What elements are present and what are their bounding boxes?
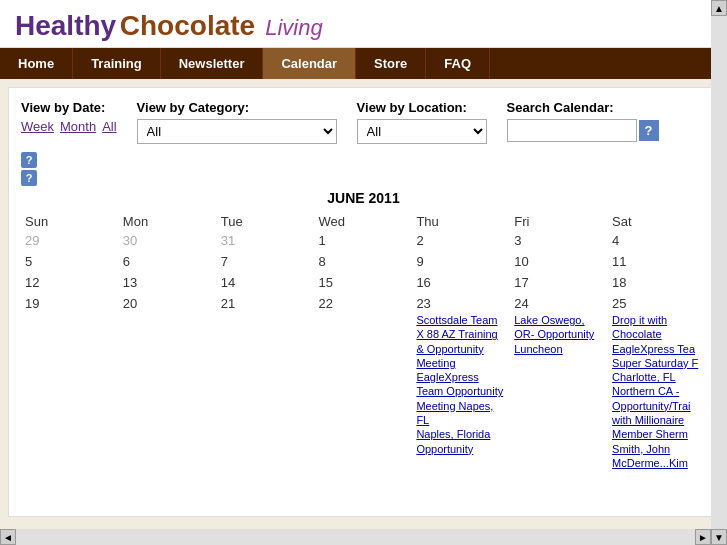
calendar-day: 12	[21, 273, 119, 294]
calendar-day: 21	[217, 294, 315, 472]
calendar-day: 20	[119, 294, 217, 472]
search-calendar-group: Search Calendar: ?	[507, 100, 659, 142]
col-tue: Tue	[217, 212, 315, 231]
calendar-day: 7	[217, 252, 315, 273]
col-fri: Fri	[510, 212, 608, 231]
day-number: 9	[416, 254, 506, 269]
col-sun: Sun	[21, 212, 119, 231]
week-link[interactable]: Week	[21, 119, 54, 134]
calendar-event[interactable]: Naples, Florida Opportunity	[416, 427, 506, 456]
calendar-day: 16	[412, 273, 510, 294]
calendar-day: 13	[119, 273, 217, 294]
calendar-table: Sun Mon Tue Wed Thu Fri Sat 293031123456…	[21, 212, 706, 472]
calendar-day: 2	[412, 231, 510, 252]
search-input[interactable]	[507, 119, 637, 142]
calendar-week-0: 2930311234	[21, 231, 706, 252]
calendar-day: 11	[608, 252, 706, 273]
day-number: 22	[319, 296, 409, 311]
calendar-day: 18	[608, 273, 706, 294]
day-number: 3	[514, 233, 604, 248]
logo-living: Living	[265, 15, 322, 41]
day-number: 11	[612, 254, 702, 269]
nav-faq[interactable]: FAQ	[426, 48, 490, 79]
calendar-week-2: 12131415161718	[21, 273, 706, 294]
nav-calendar[interactable]: Calendar	[263, 48, 356, 79]
calendar-day: 22	[315, 294, 413, 472]
calendar-day: 5	[21, 252, 119, 273]
calendar-event[interactable]: Scottsdale Team X 88 AZ Training & Oppor…	[416, 313, 506, 427]
nav-training[interactable]: Training	[73, 48, 161, 79]
calendar-body: 2930311234567891011121314151617181920212…	[21, 231, 706, 472]
day-number: 29	[25, 233, 115, 248]
day-number: 7	[221, 254, 311, 269]
day-number: 15	[319, 275, 409, 290]
right-scrollbar[interactable]: ▲ ▼	[711, 0, 727, 525]
day-number: 24	[514, 296, 604, 311]
calendar-day: 8	[315, 252, 413, 273]
calendar-week-3: 1920212223Scottsdale Team X 88 AZ Traini…	[21, 294, 706, 472]
view-by-category-label: View by Category:	[137, 100, 337, 115]
view-by-location-group: View by Location: All	[357, 100, 487, 144]
day-number: 25	[612, 296, 702, 311]
calendar-day: 4	[608, 231, 706, 252]
nav-home[interactable]: Home	[0, 48, 73, 79]
calendar-day: 3	[510, 231, 608, 252]
logo-chocolate: Chocolate	[120, 10, 255, 42]
calendar-day: 25Drop it with Chocolate EagleXpress Tea…	[608, 294, 706, 472]
scroll-up-button[interactable]: ▲	[711, 0, 727, 16]
search-button[interactable]: ?	[639, 120, 659, 141]
calendar-day: 24Lake Oswego, OR- Opportunity Luncheon	[510, 294, 608, 472]
day-number: 1	[319, 233, 409, 248]
category-select[interactable]: All	[137, 119, 337, 144]
view-by-date-options: Week Month All	[21, 119, 117, 134]
location-select[interactable]: All	[357, 119, 487, 144]
nav-newsletter[interactable]: Newsletter	[161, 48, 264, 79]
day-number: 23	[416, 296, 506, 311]
day-number: 21	[221, 296, 311, 311]
view-by-date-group: View by Date: Week Month All	[21, 100, 117, 134]
day-number: 2	[416, 233, 506, 248]
day-number: 17	[514, 275, 604, 290]
calendar-day: 23Scottsdale Team X 88 AZ Training & Opp…	[412, 294, 510, 472]
calendar-day: 6	[119, 252, 217, 273]
calendar-day: 19	[21, 294, 119, 472]
calendar-event[interactable]: Lake Oswego, OR- Opportunity Luncheon	[514, 313, 604, 356]
view-by-date-label: View by Date:	[21, 100, 117, 115]
calendar-title: JUNE 2011	[21, 190, 706, 206]
calendar-day: 31	[217, 231, 315, 252]
calendar-day: 15	[315, 273, 413, 294]
calendar-day: 1	[315, 231, 413, 252]
search-calendar-label: Search Calendar:	[507, 100, 659, 115]
calendar-day: 10	[510, 252, 608, 273]
col-wed: Wed	[315, 212, 413, 231]
day-number: 12	[25, 275, 115, 290]
help-icon-2[interactable]: ?	[21, 170, 37, 186]
calendar-day: 29	[21, 231, 119, 252]
day-number: 18	[612, 275, 702, 290]
main-content: View by Date: Week Month All View by Cat…	[8, 87, 719, 517]
calendar: JUNE 2011 Sun Mon Tue Wed Thu Fri Sat 29…	[21, 190, 706, 472]
help-icons: ? ?	[21, 152, 706, 186]
calendar-day: 17	[510, 273, 608, 294]
col-mon: Mon	[119, 212, 217, 231]
all-link[interactable]: All	[102, 119, 116, 134]
logo-healthy: Healthy	[15, 10, 116, 42]
calendar-day: 9	[412, 252, 510, 273]
scroll-track-vertical[interactable]	[711, 16, 727, 525]
month-link[interactable]: Month	[60, 119, 96, 134]
day-number: 10	[514, 254, 604, 269]
day-number: 19	[25, 296, 115, 311]
view-by-location-label: View by Location:	[357, 100, 487, 115]
nav-store[interactable]: Store	[356, 48, 426, 79]
day-number: 20	[123, 296, 213, 311]
col-sat: Sat	[608, 212, 706, 231]
help-icon-1[interactable]: ?	[21, 152, 37, 168]
calendar-event[interactable]: Drop it with Chocolate EagleXpress Tea S…	[612, 313, 702, 470]
view-by-category-group: View by Category: All	[137, 100, 337, 144]
day-number: 6	[123, 254, 213, 269]
filter-row: View by Date: Week Month All View by Cat…	[21, 100, 706, 144]
day-number: 13	[123, 275, 213, 290]
day-number: 5	[25, 254, 115, 269]
col-thu: Thu	[412, 212, 510, 231]
header: Healthy Chocolate Living	[0, 0, 727, 48]
